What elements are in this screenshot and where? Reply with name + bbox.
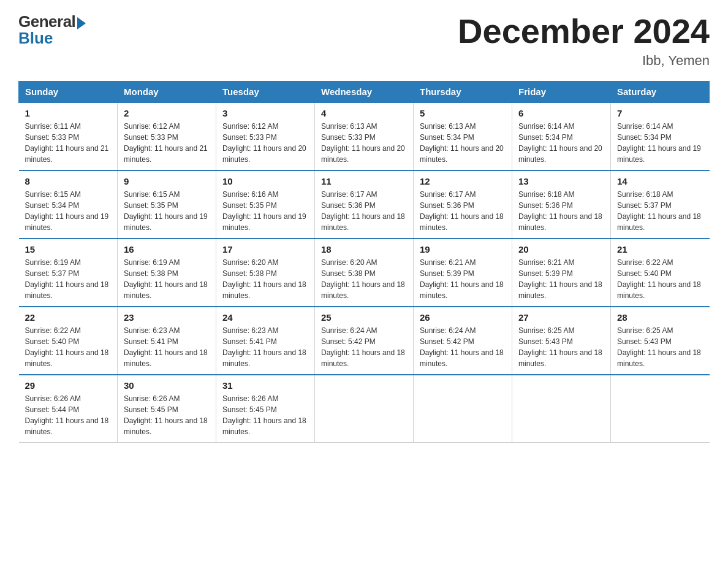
calendar-cell: 1 Sunrise: 6:11 AMSunset: 5:33 PMDayligh…: [19, 102, 118, 170]
day-info: Sunrise: 6:12 AMSunset: 5:33 PMDaylight:…: [124, 122, 208, 164]
calendar-cell: 10 Sunrise: 6:16 AMSunset: 5:35 PMDaylig…: [216, 170, 315, 239]
day-info: Sunrise: 6:13 AMSunset: 5:33 PMDaylight:…: [321, 122, 405, 164]
calendar-cell: 28 Sunrise: 6:25 AMSunset: 5:43 PMDaylig…: [611, 307, 710, 375]
day-number: 5: [420, 108, 506, 118]
calendar-cell: 23 Sunrise: 6:23 AMSunset: 5:41 PMDaylig…: [118, 307, 216, 375]
day-number: 23: [124, 312, 210, 323]
day-number: 7: [617, 108, 703, 118]
calendar-cell: 14 Sunrise: 6:18 AMSunset: 5:37 PMDaylig…: [611, 170, 710, 239]
calendar-cell: 30 Sunrise: 6:26 AMSunset: 5:45 PMDaylig…: [118, 375, 216, 443]
day-info: Sunrise: 6:12 AMSunset: 5:33 PMDaylight:…: [222, 122, 306, 164]
day-number: 13: [518, 176, 604, 186]
calendar-cell: 3 Sunrise: 6:12 AMSunset: 5:33 PMDayligh…: [216, 102, 315, 170]
day-number: 20: [518, 244, 604, 255]
calendar-cell: 2 Sunrise: 6:12 AMSunset: 5:33 PMDayligh…: [118, 102, 216, 170]
calendar-cell: 12 Sunrise: 6:17 AMSunset: 5:36 PMDaylig…: [414, 170, 512, 239]
day-number: 25: [321, 312, 407, 323]
calendar-subtitle: Ibb, Yemen: [458, 53, 710, 69]
calendar-cell: 27 Sunrise: 6:25 AMSunset: 5:43 PMDaylig…: [512, 307, 611, 375]
day-number: 10: [222, 176, 308, 186]
day-number: 22: [25, 312, 112, 323]
day-info: Sunrise: 6:20 AMSunset: 5:38 PMDaylight:…: [222, 258, 306, 300]
day-info: Sunrise: 6:20 AMSunset: 5:38 PMDaylight:…: [321, 258, 405, 300]
day-info: Sunrise: 6:13 AMSunset: 5:34 PMDaylight:…: [420, 122, 504, 164]
day-number: 11: [321, 176, 407, 186]
calendar-cell: [414, 375, 512, 443]
day-info: Sunrise: 6:17 AMSunset: 5:36 PMDaylight:…: [321, 190, 405, 232]
calendar-cell: 5 Sunrise: 6:13 AMSunset: 5:34 PMDayligh…: [414, 102, 512, 170]
day-number: 2: [124, 108, 210, 118]
day-number: 26: [420, 312, 506, 323]
day-number: 31: [222, 380, 308, 391]
calendar-table: SundayMondayTuesdayWednesdayThursdayFrid…: [18, 81, 710, 443]
calendar-cell: 13 Sunrise: 6:18 AMSunset: 5:36 PMDaylig…: [512, 170, 611, 239]
day-number: 28: [617, 312, 703, 323]
col-header-monday: Monday: [118, 81, 216, 102]
calendar-cell: 22 Sunrise: 6:22 AMSunset: 5:40 PMDaylig…: [19, 307, 118, 375]
day-info: Sunrise: 6:26 AMSunset: 5:45 PMDaylight:…: [124, 394, 208, 436]
day-number: 21: [617, 244, 703, 255]
day-info: Sunrise: 6:21 AMSunset: 5:39 PMDaylight:…: [518, 258, 602, 300]
day-info: Sunrise: 6:23 AMSunset: 5:41 PMDaylight:…: [222, 326, 306, 368]
day-info: Sunrise: 6:22 AMSunset: 5:40 PMDaylight:…: [617, 258, 701, 300]
day-info: Sunrise: 6:22 AMSunset: 5:40 PMDaylight:…: [25, 326, 109, 368]
day-info: Sunrise: 6:23 AMSunset: 5:41 PMDaylight:…: [124, 326, 208, 368]
calendar-cell: 6 Sunrise: 6:14 AMSunset: 5:34 PMDayligh…: [512, 102, 611, 170]
calendar-cell: 8 Sunrise: 6:15 AMSunset: 5:34 PMDayligh…: [19, 170, 118, 239]
day-info: Sunrise: 6:17 AMSunset: 5:36 PMDaylight:…: [420, 190, 504, 232]
day-info: Sunrise: 6:25 AMSunset: 5:43 PMDaylight:…: [518, 326, 602, 368]
col-header-sunday: Sunday: [19, 81, 118, 102]
day-info: Sunrise: 6:26 AMSunset: 5:44 PMDaylight:…: [25, 394, 109, 436]
calendar-cell: 24 Sunrise: 6:23 AMSunset: 5:41 PMDaylig…: [216, 307, 315, 375]
calendar-cell: 21 Sunrise: 6:22 AMSunset: 5:40 PMDaylig…: [611, 239, 710, 307]
day-info: Sunrise: 6:24 AMSunset: 5:42 PMDaylight:…: [420, 326, 504, 368]
day-number: 9: [124, 176, 210, 186]
calendar-cell: 4 Sunrise: 6:13 AMSunset: 5:33 PMDayligh…: [315, 102, 414, 170]
day-number: 6: [518, 108, 604, 118]
col-header-tuesday: Tuesday: [216, 81, 315, 102]
day-number: 29: [25, 380, 112, 391]
day-info: Sunrise: 6:16 AMSunset: 5:35 PMDaylight:…: [222, 190, 306, 232]
day-number: 30: [124, 380, 210, 391]
calendar-cell: 26 Sunrise: 6:24 AMSunset: 5:42 PMDaylig…: [414, 307, 512, 375]
day-number: 8: [25, 176, 112, 186]
col-header-friday: Friday: [512, 81, 611, 102]
col-header-wednesday: Wednesday: [315, 81, 414, 102]
day-info: Sunrise: 6:26 AMSunset: 5:45 PMDaylight:…: [222, 394, 306, 436]
day-info: Sunrise: 6:11 AMSunset: 5:33 PMDaylight:…: [25, 122, 109, 164]
day-info: Sunrise: 6:21 AMSunset: 5:39 PMDaylight:…: [420, 258, 504, 300]
calendar-cell: 7 Sunrise: 6:14 AMSunset: 5:34 PMDayligh…: [611, 102, 710, 170]
logo-blue-text: Blue: [18, 29, 53, 48]
day-info: Sunrise: 6:19 AMSunset: 5:37 PMDaylight:…: [25, 258, 109, 300]
calendar-cell: [512, 375, 611, 443]
day-info: Sunrise: 6:18 AMSunset: 5:36 PMDaylight:…: [518, 190, 602, 232]
calendar-cell: 25 Sunrise: 6:24 AMSunset: 5:42 PMDaylig…: [315, 307, 414, 375]
calendar-cell: 15 Sunrise: 6:19 AMSunset: 5:37 PMDaylig…: [19, 239, 118, 307]
day-number: 3: [222, 108, 308, 118]
day-number: 14: [617, 176, 703, 186]
day-number: 18: [321, 244, 407, 255]
col-header-saturday: Saturday: [611, 81, 710, 102]
logo-arrow-icon: [77, 17, 86, 29]
page-header: General Blue December 2024 Ibb, Yemen: [18, 12, 710, 69]
day-number: 16: [124, 244, 210, 255]
calendar-cell: 31 Sunrise: 6:26 AMSunset: 5:45 PMDaylig…: [216, 375, 315, 443]
day-info: Sunrise: 6:25 AMSunset: 5:43 PMDaylight:…: [617, 326, 701, 368]
calendar-cell: 20 Sunrise: 6:21 AMSunset: 5:39 PMDaylig…: [512, 239, 611, 307]
day-info: Sunrise: 6:24 AMSunset: 5:42 PMDaylight:…: [321, 326, 405, 368]
calendar-cell: 11 Sunrise: 6:17 AMSunset: 5:36 PMDaylig…: [315, 170, 414, 239]
day-info: Sunrise: 6:15 AMSunset: 5:35 PMDaylight:…: [124, 190, 208, 232]
calendar-cell: 18 Sunrise: 6:20 AMSunset: 5:38 PMDaylig…: [315, 239, 414, 307]
logo: General Blue: [18, 12, 86, 48]
day-info: Sunrise: 6:15 AMSunset: 5:34 PMDaylight:…: [25, 190, 109, 232]
day-info: Sunrise: 6:14 AMSunset: 5:34 PMDaylight:…: [518, 122, 602, 164]
calendar-cell: [611, 375, 710, 443]
calendar-title: December 2024: [458, 12, 710, 50]
calendar-cell: 29 Sunrise: 6:26 AMSunset: 5:44 PMDaylig…: [19, 375, 118, 443]
day-number: 15: [25, 244, 112, 255]
day-number: 1: [25, 108, 112, 118]
day-number: 24: [222, 312, 308, 323]
day-number: 17: [222, 244, 308, 255]
col-header-thursday: Thursday: [414, 81, 512, 102]
day-number: 12: [420, 176, 506, 186]
